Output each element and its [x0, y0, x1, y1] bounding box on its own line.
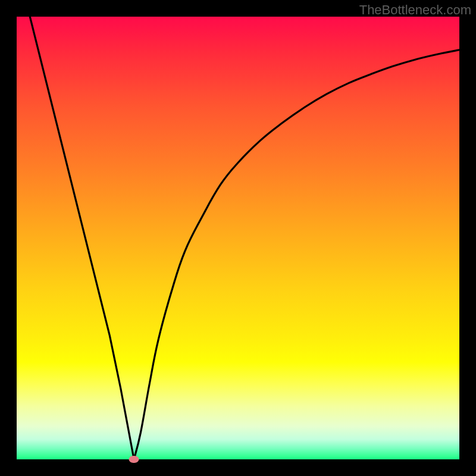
plot-area: [17, 17, 459, 459]
chart-frame: TheBottleneck.com: [0, 0, 476, 476]
attribution-text: TheBottleneck.com: [359, 2, 471, 18]
minimum-marker: [129, 456, 139, 463]
curve-layer: [17, 17, 459, 459]
bottleneck-curve-path: [30, 17, 459, 459]
